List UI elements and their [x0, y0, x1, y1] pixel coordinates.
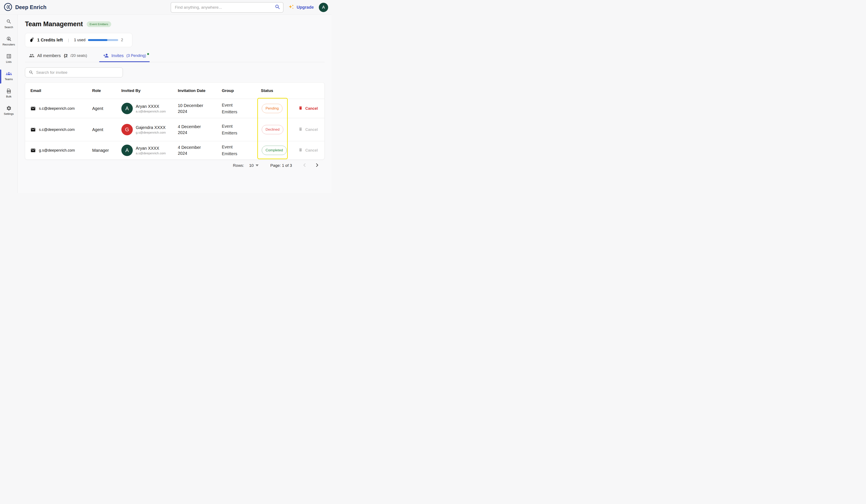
invited-by-cell: A Aryan XXXX a.s@deepenrich.com — [121, 145, 178, 156]
next-page-button[interactable] — [314, 163, 320, 168]
teams-icon — [6, 71, 12, 76]
sidebar-item-label: Bulk — [6, 95, 11, 98]
role-cell: Agent — [92, 127, 121, 132]
sidebar-item-recruiters[interactable]: Recruiters — [0, 36, 18, 54]
global-search-input[interactable] — [175, 5, 275, 10]
sidebar-item-label: Recruiters — [2, 43, 15, 46]
role-cell: Agent — [92, 106, 121, 111]
cancel-label: Cancel — [305, 127, 318, 132]
tab-pending-count: (3 Pending) — [126, 54, 146, 58]
cancel-invite-button-disabled: Cancel — [298, 148, 324, 153]
sidebar-item-settings[interactable]: Settings — [0, 105, 18, 123]
tab-seats-count: (2 — [64, 53, 68, 58]
envelope-icon — [31, 127, 36, 132]
email-cell: g.s@deepenrich.com — [25, 148, 92, 153]
deep-enrich-logo-icon — [4, 3, 12, 12]
inviter-email: g.s@deepenrich.com — [136, 131, 166, 134]
brand: Deep Enrich — [4, 3, 46, 12]
status-cell: Declined — [261, 125, 298, 134]
status-badge: Declined — [262, 125, 283, 134]
cancel-invite-button-disabled: Cancel — [298, 127, 324, 132]
credits-progress-bar — [88, 39, 118, 41]
sidebar-item-teams[interactable]: Teams — [0, 71, 18, 88]
sidebar-item-lists[interactable]: Lists — [0, 54, 18, 71]
invites-table: Email Role Invited By Invitation Date Gr… — [25, 82, 324, 160]
column-header-invited-by: Invited By — [121, 88, 178, 93]
svg-text:CSV: CSV — [8, 90, 10, 92]
tab-seats-total: /20 seats) — [70, 54, 87, 58]
cancel-label: Cancel — [305, 148, 318, 153]
sidebar-item-bulk[interactable]: CSV Bulk — [0, 88, 18, 105]
trash-icon — [298, 148, 303, 153]
invitee-search — [25, 67, 123, 77]
envelope-icon — [31, 106, 36, 111]
invited-by-cell: A Aryan XXXX a.s@deepenrich.com — [121, 103, 178, 114]
role-cell: Manager — [92, 148, 121, 153]
previous-page-button — [302, 163, 307, 168]
envelope-icon — [31, 148, 36, 153]
search-icon — [29, 70, 34, 75]
gear-icon — [6, 105, 12, 111]
rows-per-page-select[interactable]: 10 — [249, 163, 258, 168]
group-cell: Event Emitters — [222, 123, 244, 136]
invitation-date-cell: 4 December 2024 — [178, 124, 210, 135]
email-cell: s.c@deepenrich.com — [25, 106, 92, 111]
chevron-right-icon — [314, 163, 320, 168]
sidebar: Search Recruiters Lists Teams — [0, 15, 18, 193]
global-search — [170, 2, 284, 13]
column-header-invitation-date: Invitation Date — [178, 88, 222, 93]
upgrade-button[interactable]: Upgrade — [288, 4, 314, 11]
cancel-invite-button[interactable]: Cancel — [298, 106, 324, 111]
sidebar-item-label: Lists — [6, 60, 12, 64]
group-badge: Event Emitters — [87, 21, 111, 27]
tab-all-members[interactable]: All members (2 /20 seats) — [29, 53, 87, 62]
group-cell: Event Emitters — [222, 144, 244, 157]
table-row: g.s@deepenrich.com Manager A Aryan XXXX … — [25, 141, 324, 159]
sidebar-item-search[interactable]: Search — [0, 19, 18, 36]
status-badge: Pending — [262, 104, 282, 113]
chevron-left-icon — [302, 163, 307, 168]
tab-invites[interactable]: Invites (3 Pending) — [103, 53, 146, 62]
app-window: Deep Enrich Upgrade A — [0, 0, 332, 193]
column-header-group: Group — [222, 88, 261, 93]
credits-progress-fill — [88, 39, 108, 41]
credits-used-text: 1 used — [74, 38, 86, 42]
table-row: s.c@deepenrich.com Agent A Aryan XXXX a.… — [25, 99, 324, 118]
csv-file-icon: CSV — [6, 88, 12, 94]
person-search-icon — [6, 36, 12, 42]
sidebar-item-label: Settings — [4, 112, 14, 115]
column-header-email: Email — [25, 88, 92, 93]
page-title: Team Management — [25, 20, 83, 28]
global-search-button[interactable] — [275, 4, 280, 11]
tabs: All members (2 /20 seats) Invites (3 Pen… — [25, 53, 324, 62]
token-icon — [30, 36, 34, 44]
table-header-row: Email Role Invited By Invitation Date Gr… — [25, 83, 324, 99]
inviter-name: Aryan XXXX — [136, 146, 166, 151]
invitee-search-input[interactable] — [36, 70, 120, 75]
credits-divider: | — [68, 38, 69, 43]
inviter-email: a.s@deepenrich.com — [136, 110, 166, 113]
inviter-name: Gajendra XXXX — [136, 125, 166, 130]
invitee-email: s.c@deepenrich.com — [39, 127, 75, 132]
cancel-label: Cancel — [305, 107, 318, 111]
column-header-role: Role — [92, 88, 121, 93]
trash-icon — [298, 106, 303, 111]
page-indicator: Page: 1 of 3 — [270, 163, 292, 168]
sparkle-icon — [288, 4, 295, 11]
status-cell: Completed — [261, 146, 298, 155]
brand-name: Deep Enrich — [15, 4, 46, 10]
rows-per-page-value: 10 — [249, 163, 254, 168]
invitation-date-cell: 4 December 2024 — [178, 144, 210, 156]
list-icon — [6, 54, 12, 59]
invitation-date-cell: 10 December 2024 — [178, 102, 210, 114]
user-avatar[interactable]: A — [319, 3, 328, 12]
caret-down-icon — [256, 165, 258, 166]
rows-per-page-label: Rows: — [233, 163, 244, 168]
sidebar-item-label: Teams — [5, 78, 13, 81]
invited-by-cell: G Gajendra XXXX g.s@deepenrich.com — [121, 124, 178, 135]
sidebar-item-label: Search — [4, 25, 13, 29]
inviter-name: Aryan XXXX — [136, 104, 166, 109]
inviter-avatar: A — [121, 145, 133, 156]
column-header-status: Status — [261, 88, 298, 93]
people-icon — [29, 53, 34, 58]
